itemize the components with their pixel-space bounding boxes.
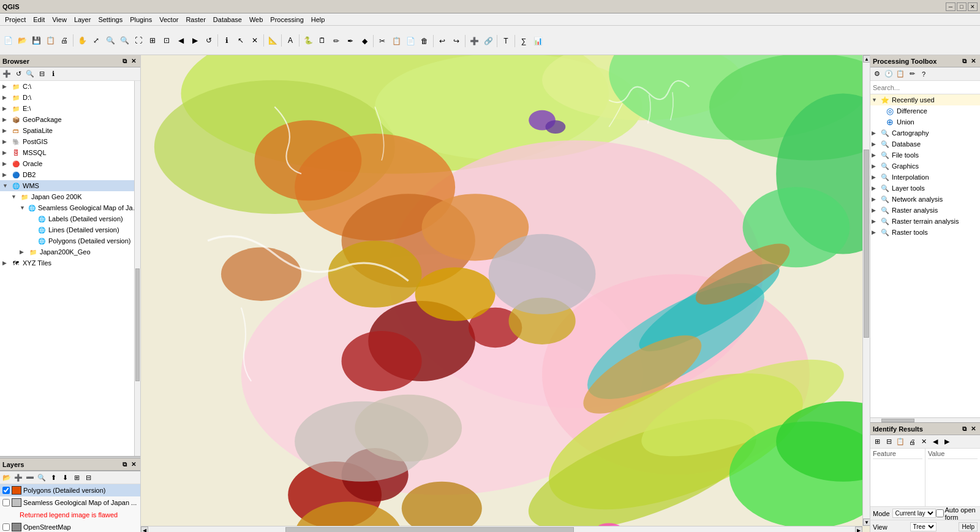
proc-graphics-toggle[interactable]: ▶ <box>872 163 880 169</box>
toggle-japan200k[interactable]: ▶ <box>20 249 28 255</box>
proc-file-tools[interactable]: ▶ 🔍 File tools <box>870 150 980 161</box>
proc-filetools-toggle[interactable]: ▶ <box>872 152 880 158</box>
zoom-in-button[interactable]: 🔍 <box>104 34 117 47</box>
identify-expand-button[interactable]: ⊞ <box>872 436 883 447</box>
text-button[interactable]: T <box>499 34 513 48</box>
proc-network-toggle[interactable]: ▶ <box>872 196 880 202</box>
proc-recently-toggle[interactable]: ▼ <box>872 97 880 103</box>
map-scrollbar-h[interactable]: ◀ ▶ <box>141 526 862 532</box>
layers-close-button[interactable]: ✕ <box>129 460 138 469</box>
proc-interpolation-toggle[interactable]: ▶ <box>872 174 880 180</box>
composer-button[interactable]: 🗒 <box>315 34 329 47</box>
proc-database[interactable]: ▶ 🔍 Database <box>870 139 980 150</box>
identify-view-select[interactable]: Tree <box>910 522 937 531</box>
identify-float-button[interactable]: ⧉ <box>960 425 968 433</box>
toggle-oracle[interactable]: ▶ <box>2 161 11 167</box>
menu-view[interactable]: View <box>48 15 70 25</box>
identify-right-button[interactable]: ▶ <box>941 436 952 447</box>
identify-auto-open[interactable]: Auto open form <box>936 506 978 521</box>
proc-rasterterrain-toggle[interactable]: ▶ <box>872 218 880 224</box>
toggle-japan-geo[interactable]: ▼ <box>11 194 20 200</box>
browser-float-button[interactable]: ⧉ <box>120 57 129 66</box>
proc-rastertools-toggle[interactable]: ▶ <box>872 229 880 235</box>
layer-polygons[interactable]: Polygons (Detailed version) <box>0 484 140 496</box>
browser-add-button[interactable]: ➕ <box>1 69 12 80</box>
digitize-button[interactable]: ✒ <box>344 34 357 48</box>
processing-close-button[interactable]: ✕ <box>969 57 978 66</box>
select-button[interactable]: ↖ <box>234 34 247 47</box>
proc-layertools-toggle[interactable]: ▶ <box>872 185 880 191</box>
snap-button[interactable]: 🔗 <box>481 34 495 48</box>
refresh-button[interactable]: ↺ <box>202 34 216 47</box>
menu-layer[interactable]: Layer <box>70 15 95 25</box>
layers-collapse-button[interactable]: ⊟ <box>83 472 94 483</box>
identify-print-button[interactable]: 🖨 <box>907 436 918 447</box>
identify-left-button[interactable]: ◀ <box>930 436 941 447</box>
layers-move-up-button[interactable]: ⬆ <box>48 472 59 483</box>
processing-search-input[interactable] <box>870 81 980 94</box>
proc-settings-button[interactable]: ⚙ <box>872 69 883 80</box>
menu-plugins[interactable]: Plugins <box>126 15 156 25</box>
proc-interpolation[interactable]: ▶ 🔍 Interpolation <box>870 172 980 183</box>
menu-help[interactable]: Help <box>307 15 329 25</box>
browser-item-geopackage[interactable]: ▶ 📦 GeoPackage <box>0 114 140 125</box>
browser-item-mssql[interactable]: ▶ 🗄 MSSQL <box>0 147 140 158</box>
identify-collapse-button[interactable]: ⊟ <box>883 436 894 447</box>
menu-web[interactable]: Web <box>246 15 266 25</box>
zoom-prev-button[interactable]: ◀ <box>174 34 187 47</box>
zoom-out-button[interactable]: 🔍 <box>118 34 131 47</box>
proc-raster-terrain[interactable]: ▶ 🔍 Raster terrain analysis <box>870 216 980 227</box>
redo-button[interactable]: ↪ <box>450 34 463 48</box>
proc-rasteranalysis-toggle[interactable]: ▶ <box>872 207 880 213</box>
menu-processing[interactable]: Processing <box>266 15 307 25</box>
proc-difference[interactable]: ◎ Difference <box>870 105 980 116</box>
proc-graphics[interactable]: ▶ 🔍 Graphics <box>870 161 980 172</box>
deselect-button[interactable]: ✕ <box>248 34 262 47</box>
browser-item-d[interactable]: ▶ 📁 D:\ <box>0 92 140 103</box>
identify-close-button[interactable]: ✕ <box>969 425 978 433</box>
browser-panel-controls[interactable]: ⧉ ✕ <box>120 57 138 66</box>
layers-add-button[interactable]: ➕ <box>13 472 24 483</box>
proc-cartography[interactable]: ▶ 🔍 Cartography <box>870 127 980 139</box>
proc-network-analysis[interactable]: ▶ 🔍 Network analysis <box>870 194 980 205</box>
edit-button[interactable]: ✏ <box>330 34 343 48</box>
browser-item-wms[interactable]: ▼ 🌐 WMS <box>0 180 140 191</box>
pan-button[interactable]: ✋ <box>75 34 89 47</box>
browser-item-oracle[interactable]: ▶ 🔴 Oracle <box>0 158 140 169</box>
browser-scrollbar-v[interactable] <box>134 81 140 456</box>
toggle-seamless[interactable]: ▼ <box>20 205 28 211</box>
close-button[interactable]: ✕ <box>968 2 978 11</box>
browser-collapse-button[interactable]: ⊟ <box>36 69 47 80</box>
toggle-e[interactable]: ▶ <box>2 105 11 112</box>
print-button[interactable]: 🖨 <box>58 34 71 47</box>
layers-remove-button[interactable]: ➖ <box>24 472 36 483</box>
proc-raster-analysis[interactable]: ▶ 🔍 Raster analysis <box>870 205 980 216</box>
browser-close-button[interactable]: ✕ <box>129 57 138 66</box>
browser-item-polygons[interactable]: ▶ 🌐 Polygons (Detailed version) <box>0 235 140 246</box>
layer-osm-checkbox[interactable] <box>2 523 10 531</box>
new-project-button[interactable]: 📄 <box>1 34 15 47</box>
zoom-layer-button[interactable]: ⊞ <box>146 34 159 47</box>
menu-raster[interactable]: Raster <box>182 15 209 25</box>
toggle-spatialite[interactable]: ▶ <box>2 127 11 134</box>
layer-seamless-checkbox[interactable] <box>2 499 10 506</box>
browser-item-e[interactable]: ▶ 📁 E:\ <box>0 103 140 114</box>
node-button[interactable]: ◆ <box>358 34 371 48</box>
label-button[interactable]: A <box>284 34 297 47</box>
browser-item-seamless[interactable]: ▼ 🌐 Seamless Geological Map of Japan ... <box>0 202 140 213</box>
browser-filter-button[interactable]: 🔍 <box>24 69 36 80</box>
identify-copy-button[interactable]: 📋 <box>895 436 906 447</box>
layers-float-button[interactable]: ⧉ <box>120 460 129 469</box>
layers-expand-button[interactable]: ⊞ <box>71 472 82 483</box>
toggle-db2[interactable]: ▶ <box>2 172 11 178</box>
browser-item-db2[interactable]: ▶ 🔵 DB2 <box>0 169 140 180</box>
menu-project[interactable]: Project <box>1 15 29 25</box>
proc-layer-tools[interactable]: ▶ 🔍 Layer tools <box>870 183 980 194</box>
undo-button[interactable]: ↩ <box>435 34 449 48</box>
proc-database-toggle[interactable]: ▶ <box>872 141 880 147</box>
browser-item-japan-geo[interactable]: ▼ 📁 Japan Geo 200K <box>0 191 140 202</box>
statistics-button[interactable]: ∑ <box>517 34 530 48</box>
copy-button[interactable]: 📋 <box>390 34 403 48</box>
layers-move-down-button[interactable]: ⬇ <box>59 472 70 483</box>
toggle-wms[interactable]: ▼ <box>2 183 11 189</box>
